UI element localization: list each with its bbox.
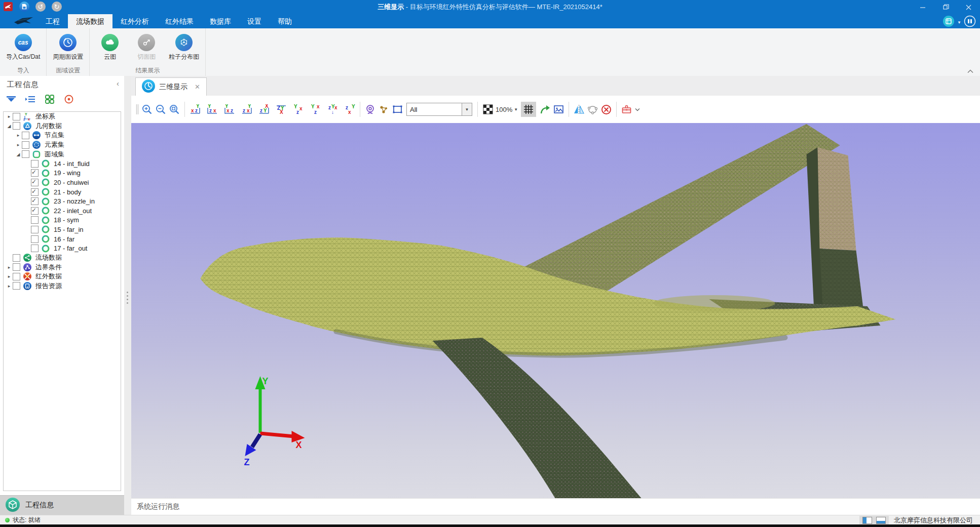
tree-expander-icon[interactable]: ▸ (6, 265, 13, 270)
tree-expander-icon[interactable]: ▸ (6, 114, 13, 119)
tree-expander-icon[interactable]: ▸ (15, 142, 22, 147)
toolbox-icon[interactable] (620, 103, 633, 116)
tree-checkbox[interactable] (31, 245, 39, 252)
tree-item-23-nozzle_in[interactable]: 23 - nozzle_in (4, 196, 121, 206)
tree-checkbox[interactable] (22, 132, 29, 139)
mirror-icon[interactable] (572, 103, 586, 116)
tree-checkbox[interactable] (13, 282, 20, 290)
particle-map-button[interactable]: 粒子分布图 (165, 33, 203, 62)
tree-item-18-sym[interactable]: 18 - sym (4, 216, 121, 225)
tree-item--[interactable]: ▸边界条件 (4, 263, 121, 272)
view-top-icon[interactable]: ZYX (274, 103, 288, 116)
view-rotate-icon[interactable]: zxY (343, 103, 357, 116)
import-cas-dat-button[interactable]: cas 导入Cas/Dat (2, 33, 44, 62)
periodic-face-button[interactable]: 周期面设置 (49, 33, 87, 62)
restore-button[interactable] (934, 0, 957, 14)
cancel-selection-icon[interactable] (599, 103, 613, 116)
tree-expander-icon[interactable]: ▸ (15, 133, 22, 138)
menu-item-flowfield[interactable]: 流场数据 (68, 14, 112, 28)
tree-item--[interactable]: ▸报告资源 (4, 281, 121, 291)
list-view-icon[interactable] (24, 93, 36, 105)
grid-view-icon[interactable] (44, 93, 56, 105)
mesh-toggle-button[interactable] (521, 102, 536, 117)
tree-checkbox[interactable] (31, 226, 39, 233)
tree-checkbox[interactable] (13, 273, 20, 280)
view-right-icon[interactable]: xzY (188, 103, 202, 116)
ribbon-collapse-icon[interactable] (967, 67, 974, 76)
tree-checkbox[interactable] (31, 188, 39, 196)
tree-item--[interactable]: ▸元素集 (4, 140, 121, 150)
view-back-icon[interactable]: zxY (240, 103, 253, 116)
tree-item--[interactable]: ◢几何数据 (4, 121, 121, 131)
tree-checkbox[interactable] (22, 141, 29, 149)
tree-expander-icon[interactable]: ◢ (6, 124, 13, 129)
checkerboard-icon[interactable] (481, 103, 495, 116)
tree-item-17-far_out[interactable]: 17 - far_out (4, 244, 121, 253)
manual-book-icon[interactable] (964, 15, 976, 29)
rect-select-icon[interactable] (391, 103, 404, 116)
view-front-icon[interactable]: Yxz (222, 103, 236, 116)
view-bottom-icon[interactable]: zYX (257, 103, 271, 116)
panel-splitter[interactable] (124, 76, 132, 515)
app-logo-icon[interactable] (3, 2, 13, 12)
tree-checkbox[interactable] (31, 216, 39, 224)
tree-expander-icon[interactable]: ▸ (6, 274, 13, 279)
tree-item-15-far_in[interactable]: 15 - far_in (4, 225, 121, 234)
tree-item-14-int_fluid[interactable]: 14 - int_fluid (4, 159, 121, 169)
zoom-out-icon[interactable] (154, 103, 168, 116)
tree-expander-icon[interactable]: ▸ (6, 283, 13, 289)
view-iso-1-icon[interactable]: Yxz (291, 103, 305, 116)
toolbar-drag-handle[interactable] (134, 103, 140, 116)
view-left-icon[interactable]: Yzx (205, 103, 219, 116)
menu-item-settings[interactable]: 设置 (239, 14, 270, 28)
tree-checkbox[interactable] (13, 113, 20, 120)
tree-item-20-chuiwei[interactable]: 20 - chuiwei (4, 178, 121, 187)
view-rotate-down-icon[interactable]: zYx↓ (326, 103, 340, 116)
tree-expander-icon[interactable]: ◢ (15, 152, 22, 157)
menu-item-ir-results[interactable]: 红外结果 (157, 14, 202, 28)
zoom-in-icon[interactable] (140, 103, 154, 116)
layout-left-panel-icon[interactable] (862, 517, 872, 524)
combobox-dropdown-icon[interactable]: ▼ (462, 103, 472, 115)
cloud-map-button[interactable]: 云图 (92, 33, 128, 62)
tree-checkbox[interactable] (31, 197, 39, 205)
tree-item--[interactable]: ▸红外数据 (4, 272, 121, 281)
panel-footer[interactable]: 工程信息 (0, 495, 124, 515)
menu-item-database[interactable]: 数据库 (202, 14, 239, 28)
tree-item--[interactable]: ▸节点集 (4, 131, 121, 140)
lasso-region-icon[interactable] (586, 103, 599, 116)
tree-item-19-wing[interactable]: 19 - wing (4, 169, 121, 178)
menu-item-ir-analysis[interactable]: 红外分析 (112, 14, 157, 28)
tree-checkbox[interactable] (13, 122, 20, 130)
tree-checkbox[interactable] (22, 150, 29, 158)
tree-checkbox[interactable] (31, 179, 39, 186)
viewport-3d[interactable]: Y X Z (131, 123, 980, 498)
tree-item-16-far[interactable]: 16 - far (4, 234, 121, 244)
camera-icon[interactable] (363, 103, 377, 116)
display-filter-select[interactable]: All ▼ (406, 103, 472, 116)
tree-item--[interactable]: ▸Yzx坐标系 (4, 112, 121, 121)
tree-item-21-body[interactable]: 21 - body (4, 187, 121, 197)
tree-checkbox[interactable] (31, 207, 39, 215)
tab-close-icon[interactable]: ✕ (195, 83, 200, 91)
zoom-fit-icon[interactable] (168, 103, 181, 116)
tree-checkbox[interactable] (13, 254, 20, 262)
menu-item-project[interactable]: 工程 (37, 14, 68, 28)
close-button[interactable] (957, 0, 980, 14)
panel-collapse-icon[interactable]: ‹ (117, 79, 119, 88)
tree-item--[interactable]: 流场数据 (4, 253, 121, 263)
theme-grid-icon[interactable] (943, 15, 955, 29)
locate-target-icon[interactable] (63, 93, 75, 105)
tab-3d-display[interactable]: 三维显示 ✕ (135, 77, 207, 96)
tree-item--[interactable]: ◢面域集 (4, 149, 121, 159)
export-arrow-icon[interactable] (538, 103, 552, 116)
tree-checkbox[interactable] (31, 169, 39, 177)
layout-bottom-panel-icon[interactable] (876, 517, 886, 524)
tree-checkbox[interactable] (31, 160, 39, 168)
tree-item-22-inlet_out[interactable]: 22 - inlet_out (4, 206, 121, 216)
zoom-percent-control[interactable]: 100%▼ (496, 106, 518, 113)
snapshot-image-icon[interactable] (552, 103, 566, 116)
dropdown-caret-icon[interactable]: ▼ (957, 20, 961, 25)
redo-button[interactable]: ↻ (52, 2, 62, 12)
particles-cluster-icon[interactable] (377, 103, 391, 116)
